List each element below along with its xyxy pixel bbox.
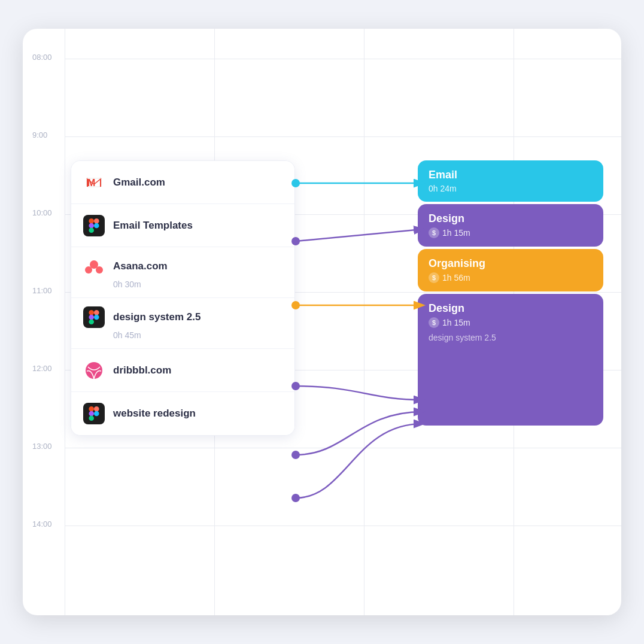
source-title-gmail: Gmail.com [113,177,165,189]
svg-rect-15 [89,310,94,315]
svg-rect-24 [89,415,94,421]
event-meta-design-2: $ 1h 15m [429,317,593,328]
svg-rect-21 [89,406,94,412]
svg-rect-9 [89,223,94,228]
source-item-dribbble[interactable]: dribbbl.com [71,349,294,392]
svg-rect-7 [89,218,94,224]
source-title-website-redesign: website redesign [113,408,196,420]
event-card-design-1[interactable]: Design $ 1h 15m [418,204,603,247]
source-title-design-system: design system 2.5 [113,311,201,323]
source-subtitle-design-system: 0h 45m [113,330,141,340]
event-meta-email: 0h 24m [429,184,593,193]
svg-point-14 [96,266,103,274]
event-duration-organising: 1h 56m [442,273,470,282]
source-title-asana: Asana.com [113,260,168,272]
grid-line [65,448,621,448]
svg-text:M: M [87,178,95,188]
time-label-1100: 11:00 [32,286,52,295]
gmail-icon: M [83,172,105,193]
event-meta-design-1: $ 1h 15m [429,227,593,238]
event-duration-design-1: 1h 15m [442,228,470,238]
svg-rect-10 [89,227,94,233]
source-item-website-redesign[interactable]: website redesign [71,392,294,435]
source-item-asana[interactable]: Asana.com 0h 30m [71,247,294,298]
time-label-900: 9:00 [32,130,47,139]
source-item-design-system[interactable]: design system 2.5 0h 45m [71,298,294,349]
svg-rect-22 [94,406,99,412]
time-label-1000: 10:00 [32,208,52,217]
time-label-1200: 12:00 [32,364,52,373]
svg-rect-8 [94,218,99,224]
event-meta-organising: $ 1h 56m [429,272,593,283]
event-title-design-1: Design [429,212,593,225]
figma-icon-design [83,306,105,328]
grid-line [65,59,621,59]
svg-rect-18 [89,319,94,324]
svg-point-13 [85,266,92,274]
svg-rect-17 [89,315,94,320]
v-grid-line [65,29,65,615]
source-subtitle-asana: 0h 30m [113,280,141,289]
time-label-1300: 13:00 [32,442,52,451]
source-panel: M Gmail.com Em [71,160,295,436]
time-label-1400: 14:00 [32,520,52,528]
grid-line [65,525,621,526]
asana-icon [83,256,105,277]
source-item-email-templates[interactable]: Email Templates [71,204,294,247]
event-title-design-2: Design [429,302,593,315]
coin-icon-organising: $ [429,272,439,283]
event-subtitle-design-2: design system 2.5 [429,333,593,342]
coin-icon-design-2: $ [429,317,439,328]
event-card-email[interactable]: Email 0h 24m [418,160,603,202]
event-duration-email: 0h 24m [429,184,457,193]
source-item-gmail[interactable]: M Gmail.com [71,161,294,204]
v-grid-line [364,29,364,615]
svg-point-25 [94,411,99,417]
event-card-organising[interactable]: Organising $ 1h 56m [418,249,603,291]
event-card-design-2[interactable]: Design $ 1h 15m design system 2.5 [418,294,603,426]
main-container: 08:00 9:00 10:00 11:00 12:00 13:00 14:00 [23,29,621,615]
dribbble-icon [83,360,105,381]
source-title-dribbble: dribbbl.com [113,364,171,376]
time-label-800: 08:00 [32,53,52,62]
coin-icon-design-1: $ [429,227,439,238]
svg-point-11 [94,223,99,228]
events-panel: Email 0h 24m Design $ 1h 15m Organising … [418,160,603,428]
grid-line [65,136,621,137]
figma-icon-email [83,215,105,236]
figma-icon-website [83,403,105,424]
svg-rect-23 [89,411,94,417]
svg-point-19 [94,315,99,320]
event-title-email: Email [429,169,593,181]
event-duration-design-2: 1h 15m [442,318,470,327]
source-title-email-templates: Email Templates [113,220,193,232]
svg-rect-16 [94,310,99,315]
event-title-organising: Organising [429,257,593,270]
